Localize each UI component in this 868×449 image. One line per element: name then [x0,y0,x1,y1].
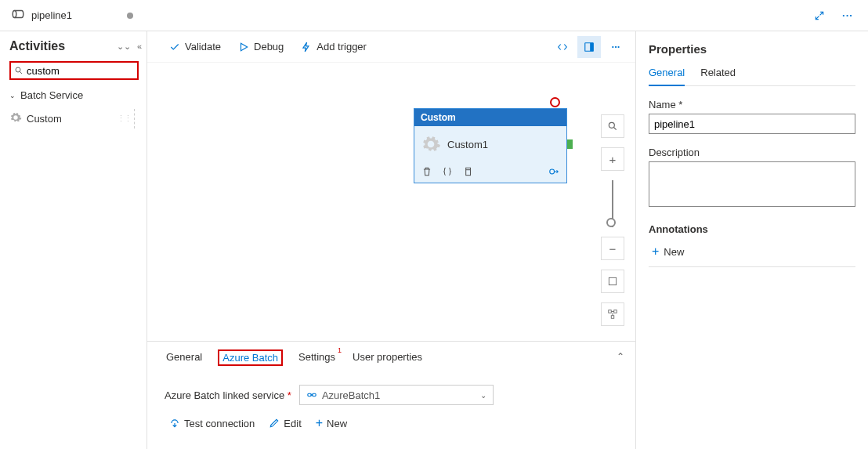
title-bar-left: pipeline1 [0,7,147,24]
pipeline-title: pipeline1 [31,9,72,21]
tab-settings[interactable]: Settings1 [297,349,337,368]
svg-rect-3 [590,42,593,51]
activity-node-custom1[interactable]: Custom Custom1 [414,108,567,183]
canvas-toolbar: Validate Debug Add trigger ··· [147,31,635,63]
linked-service-label: Azure Batch linked service * [165,389,291,401]
svg-rect-8 [609,310,612,313]
canvas-panel: Validate Debug Add trigger ··· Custom [147,31,636,449]
fit-screen-button[interactable] [601,270,624,293]
debug-button[interactable]: Debug [238,41,284,53]
collapse-down-icon[interactable]: ⌄⌄ [115,40,132,53]
name-label: Name * [649,99,855,110]
node-name: Custom1 [447,139,488,150]
collapse-left-icon[interactable]: « [136,40,143,53]
svg-point-6 [609,122,614,128]
chevron-down-icon: ⌄ [9,92,16,100]
activities-title: Activities [9,39,115,53]
description-input[interactable] [649,161,855,207]
svg-rect-4 [466,170,471,176]
test-connection-button[interactable]: Test connection [169,416,255,430]
validate-button[interactable]: Validate [169,41,221,53]
chevron-down-icon: ⌄ [480,391,486,400]
zoom-slider[interactable] [612,180,613,227]
zoom-in-button[interactable]: + [601,147,624,171]
annotations-label: Annotations [649,223,855,235]
zoom-out-button[interactable]: − [601,237,624,260]
properties-panel: Properties General Related Name * Descri… [636,31,868,449]
svg-rect-7 [609,277,616,284]
props-tab-related[interactable]: Related [700,67,736,85]
design-canvas[interactable]: Custom Custom1 + − [147,63,635,341]
tab-azure-batch[interactable]: Azure Batch [218,349,283,366]
activity-custom[interactable]: Custom ⋮⋮ [9,109,135,129]
title-bar-right: ··· [147,5,868,27]
props-tab-general[interactable]: General [649,67,685,86]
activities-search-input[interactable] [27,65,121,77]
expand-icon[interactable] [808,5,830,27]
canvas-more-icon[interactable]: ··· [604,36,627,58]
pipeline-icon [11,7,25,24]
activities-search[interactable] [9,61,139,80]
properties-title: Properties [649,42,855,56]
bottom-config-panel: ⌃ General Azure Batch Settings1 User pro… [147,341,635,449]
code-view-icon[interactable] [551,36,574,58]
canvas-controls: + − [601,114,624,326]
node-type-label: Custom [414,109,566,126]
collapse-config-icon[interactable]: ⌃ [617,351,624,362]
tab-general[interactable]: General [165,349,204,368]
unsaved-indicator [127,13,133,19]
drag-handle-icon: ⋮⋮ [117,114,131,124]
canvas-search-button[interactable] [601,114,624,138]
edit-button[interactable]: Edit [269,416,301,430]
description-label: Description [649,147,855,158]
auto-layout-button[interactable] [601,302,624,326]
copy-icon[interactable] [461,165,474,178]
pipeline-name-input[interactable] [649,114,855,134]
link-icon [306,389,317,400]
tab-user-properties[interactable]: User properties [351,349,424,368]
svg-point-0 [13,11,16,18]
search-icon [14,66,24,75]
new-linked-service-button[interactable]: + New [316,416,347,430]
output-arrow-icon[interactable] [548,165,560,178]
new-annotation-button[interactable]: + New [649,240,855,267]
properties-toggle-icon[interactable] [577,36,601,58]
activities-panel: Activities ⌄⌄ « ⌄ Batch Service Custom ⋮… [0,31,147,449]
more-icon[interactable]: ··· [837,5,859,27]
gear-icon [9,111,22,126]
linked-service-dropdown[interactable]: AzureBatch1 ⌄ [299,385,494,405]
svg-point-1 [16,67,20,72]
svg-rect-10 [611,316,614,319]
success-connector[interactable] [566,139,573,149]
add-trigger-button[interactable]: Add trigger [301,41,367,53]
svg-point-5 [550,169,555,174]
category-batch-service[interactable]: ⌄ Batch Service [9,89,146,101]
svg-rect-9 [614,310,617,313]
plus-icon: + [652,244,659,259]
gear-icon [421,134,441,154]
code-braces-icon[interactable] [441,165,454,178]
zoom-slider-handle[interactable] [606,218,616,227]
validation-marker-icon [550,97,560,107]
title-bar: pipeline1 ··· [0,0,868,31]
delete-icon[interactable] [421,165,433,178]
